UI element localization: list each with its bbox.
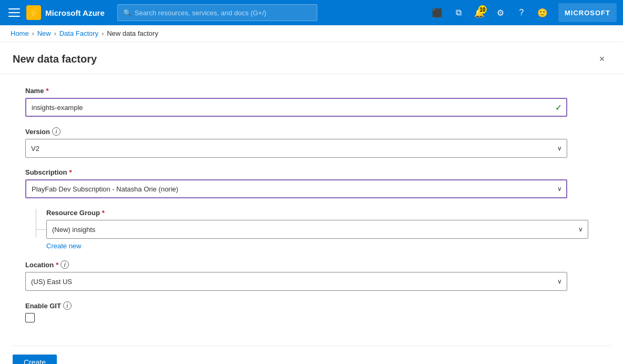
breadcrumb-home[interactable]: Home [11,29,29,37]
location-info-icon[interactable]: i [61,260,69,269]
azure-logo: ⚡ Microsoft Azure [26,5,105,20]
version-select[interactable]: V1 V2 [25,139,567,158]
panel-title: New data factory [13,53,97,65]
subscription-required: * [69,168,72,176]
version-info-icon[interactable]: i [52,127,61,136]
checkmark-icon: ✓ [555,103,562,113]
feedback-button[interactable]: 🙂 [533,3,552,22]
form-area: Name * ✓ Version i V1 V2 ∨ [0,74,579,346]
azure-logo-icon: ⚡ [26,5,41,20]
location-required: * [56,261,58,269]
enable-git-info-icon[interactable]: i [63,301,72,310]
resource-group-field-group: Resource Group * (New) insights ∨ Create… [46,209,554,250]
create-new-link[interactable]: Create new [46,242,81,250]
resource-group-label: Resource Group * [46,209,554,217]
location-select-wrapper: (US) East US ∨ [25,272,567,291]
subscription-select-wrapper: PlayFab Dev Subscription - Natasha Orie … [25,179,567,198]
topbar-icons: ⬛ ⧉ 🔔 10 ⚙ ? 🙂 [428,3,552,22]
cloud-shell-button[interactable]: ⬛ [428,3,447,22]
account-button[interactable]: MICROSOFT [558,3,617,22]
close-button[interactable]: × [594,50,610,67]
main-panel: New data factory × Name * ✓ Version i V1 [0,42,623,364]
location-field-group: Location * i (US) East US ∨ [25,260,554,291]
name-label: Name * [25,87,554,95]
name-field-group: Name * ✓ [25,87,554,117]
notification-badge: 10 [478,5,487,14]
breadcrumb-sep-3: › [102,30,104,37]
resource-group-select[interactable]: (New) insights [46,220,588,239]
resource-group-required: * [102,209,105,217]
notifications-button[interactable]: 🔔 10 [470,3,489,22]
panel-footer: Create [0,346,623,364]
name-input[interactable] [25,98,567,117]
enable-git-checkbox[interactable] [25,313,35,322]
gear-icon: ⚙ [497,8,504,18]
location-label: Location * i [25,260,554,269]
topbar: ⚡ Microsoft Azure 🔍 ⬛ ⧉ 🔔 10 ⚙ ? 🙂 MICRO… [0,0,623,25]
terminal-icon: ⬛ [432,8,443,18]
breadcrumb-current: New data factory [107,29,158,37]
help-button[interactable]: ? [512,3,531,22]
search-bar[interactable]: 🔍 [117,4,317,21]
search-icon: 🔍 [123,9,132,17]
smile-icon: 🙂 [537,8,548,18]
search-input[interactable] [135,9,312,17]
breadcrumb: Home › New › Data Factory › New data fac… [0,25,623,42]
breadcrumb-sep-1: › [32,30,34,37]
version-field-group: Version i V1 V2 ∨ [25,127,554,158]
create-button[interactable]: Create [13,355,57,364]
version-label: Version i [25,127,554,136]
subscription-field-group: Subscription * PlayFab Dev Subscription … [25,168,554,198]
name-required: * [46,87,48,95]
resource-group-select-wrapper: (New) insights ∨ [46,220,588,239]
app-name: Microsoft Azure [45,8,105,17]
logo-emoji: ⚡ [28,8,39,18]
enable-git-group: Enable GIT i [25,301,554,322]
enable-git-label: Enable GIT i [25,301,554,310]
breadcrumb-sep-2: › [54,30,56,37]
version-select-wrapper: V1 V2 ∨ [25,139,567,158]
help-icon: ? [519,8,524,17]
subscription-select[interactable]: PlayFab Dev Subscription - Natasha Orie … [25,179,567,198]
directory-icon: ⧉ [456,8,461,17]
directory-button[interactable]: ⧉ [449,3,468,22]
breadcrumb-new[interactable]: New [37,29,51,37]
resource-group-section: Resource Group * (New) insights ∨ Create… [46,209,554,250]
hamburger-menu[interactable] [6,5,22,21]
breadcrumb-data-factory[interactable]: Data Factory [59,29,98,37]
name-input-wrapper: ✓ [25,98,567,117]
subscription-label: Subscription * [25,168,554,176]
location-select[interactable]: (US) East US [25,272,567,291]
settings-button[interactable]: ⚙ [491,3,510,22]
panel-header: New data factory × [0,42,623,74]
enable-git-checkbox-wrapper [25,313,554,322]
